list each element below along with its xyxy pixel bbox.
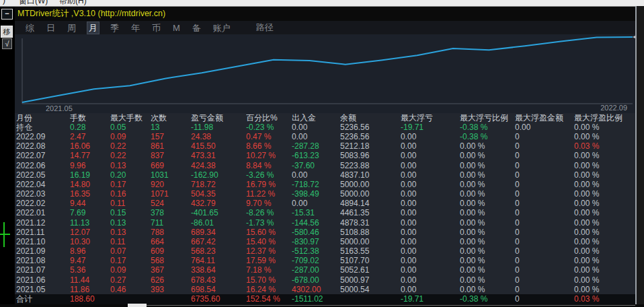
cell: 0.00 %	[460, 256, 515, 265]
cell: 5108.88	[340, 228, 401, 237]
cell: -287.28	[292, 141, 340, 151]
table-row[interactable]: 2022.0816.060.22861415.508.66 %-287.2852…	[15, 141, 635, 151]
cell: 0	[515, 218, 574, 228]
table-row[interactable]: 2021.1010.300.11664667.4215.40 %-830.975…	[15, 237, 635, 246]
cell: 837	[151, 151, 191, 160]
cell: 689.34	[191, 228, 246, 237]
tab-m[interactable]: M	[171, 22, 182, 34]
cell: -86.01	[191, 218, 246, 228]
table-row[interactable]: 2022.069.960.13669424.388.84 %-37.605223…	[15, 161, 635, 170]
cell: 568.23	[191, 246, 246, 256]
table-row[interactable]: 2022.092.470.0915724.380.47 %0.005236.56…	[15, 132, 635, 141]
table-row[interactable]: 2022.0516.190.201031-162.90-3.26 %0.0048…	[15, 170, 635, 180]
tab-month[interactable]: 月	[87, 22, 99, 34]
table-row[interactable]: 2022.0714.770.22837473.3110.27 %-613.235…	[15, 151, 635, 160]
cell: -580.46	[292, 228, 340, 237]
cell: 2021.05	[16, 285, 70, 294]
equity-chart[interactable]: 2021.05 2022.09	[15, 34, 635, 113]
cell: 11.86	[70, 285, 110, 294]
table-row[interactable]: 2021.098.960.07609568.2312.37 %-512.3851…	[15, 246, 635, 256]
cell: 2021.06	[16, 275, 70, 285]
table-row[interactable]: 2021.089.470.17568764.1117.59 %-709.0251…	[15, 256, 635, 265]
tab-day[interactable]: 日	[45, 22, 56, 34]
tab-zong[interactable]: 综	[24, 22, 36, 34]
tab-account[interactable]: 账户	[212, 22, 232, 34]
menu-item-help[interactable]: 帮助(H)	[59, 0, 87, 7]
cell: 9.47	[70, 256, 110, 265]
total-cell: -19.71	[401, 294, 460, 304]
cell: 5000.00	[340, 189, 401, 199]
cell: 338.64	[191, 265, 246, 275]
cell: 0	[515, 285, 574, 294]
table-row[interactable]: 2022.017.690.15378-401.65-8.26 %-15.3144…	[15, 208, 635, 217]
cell: 15.70 %	[246, 275, 292, 285]
column-header: 盈亏金额	[191, 113, 246, 123]
tab-currency[interactable]: 币	[151, 22, 162, 34]
cell: 5000.00	[340, 237, 401, 246]
cell: 16.79 %	[246, 180, 292, 189]
cell: 0.00	[401, 199, 460, 208]
cell: 10.27 %	[246, 151, 292, 160]
cell: 0.22	[110, 151, 151, 160]
menu-item-fragment[interactable]: )	[3, 0, 5, 5]
cell: 0	[515, 246, 574, 256]
tab-note[interactable]: 备	[191, 22, 202, 34]
cell: 4878.31	[340, 218, 401, 228]
cell: -613.23	[292, 151, 340, 160]
cell: -37.60	[292, 161, 340, 170]
cell: 0.13	[110, 161, 151, 170]
cell: 504.35	[191, 189, 246, 199]
window-frame	[637, 6, 644, 307]
cell: 0.00	[401, 151, 460, 160]
table-row[interactable]: 2022.029.440.11524432.799.70 %0.004894.1…	[15, 199, 635, 208]
cell: 0.00 %	[460, 218, 515, 228]
cell: 16.24 %	[246, 285, 292, 294]
tab-week[interactable]: 周	[66, 22, 77, 34]
check-button[interactable]: √	[2, 38, 12, 49]
tab-quarter[interactable]: 季	[109, 22, 120, 34]
window-right-border[interactable]	[635, 6, 637, 307]
cell: 17.59 %	[246, 256, 292, 265]
cell: 5212.18	[340, 141, 401, 151]
cell: 0.00 %	[574, 246, 635, 256]
scrollbar-thumb[interactable]	[128, 304, 147, 307]
table-row[interactable]: 2021.075.360.09367338.647.18 %-287.00505…	[15, 265, 635, 275]
table-row[interactable]: 2022.0316.350.161071504.3511.22 %-398.49…	[15, 189, 635, 199]
cell: 0.00 %	[574, 123, 635, 132]
tab-year[interactable]: 年	[130, 22, 141, 34]
cell: 0.16	[110, 189, 151, 199]
cell: 0.00	[401, 256, 460, 265]
cell: 0.00	[515, 123, 574, 132]
cell: 920	[151, 180, 191, 189]
table-row[interactable]: 持仓0.280.0513-11.98-0.23 %0.005236.56-19.…	[15, 123, 635, 132]
menu-item-window[interactable]: 窗口(W)	[19, 0, 48, 7]
cell: 0	[515, 132, 574, 141]
table-row[interactable]: 2021.0511.860.46393698.5416.24 %4302.005…	[15, 285, 635, 294]
cell: 0	[515, 170, 574, 180]
move-button[interactable]: 移	[1, 26, 13, 38]
cell: -19.71	[401, 123, 460, 132]
table-row[interactable]: 2021.0611.440.27626678.4315.70 %-678.005…	[15, 275, 635, 285]
minimize-button[interactable]: −	[1, 9, 13, 20]
cell: 0.07	[110, 246, 151, 256]
table-row[interactable]: 2021.1112.070.13788689.3415.60 %-580.465…	[15, 228, 635, 237]
path-label[interactable]: 路径	[256, 22, 274, 34]
column-header: 最大手数	[110, 113, 151, 123]
cell: 14.77	[70, 151, 110, 160]
table-row[interactable]: 2022.0414.800.17920718.7216.79 %-718.725…	[15, 180, 635, 189]
cell: 0	[515, 228, 574, 237]
axis-label-start: 2021.05	[46, 104, 73, 112]
column-header: 百分比%	[246, 113, 292, 123]
cell: 524	[151, 199, 191, 208]
bottom-divider	[147, 305, 635, 306]
table-row[interactable]: 2021.1211.130.13711-86.01-1.73 %-144.564…	[15, 218, 635, 228]
cell: 0.13	[110, 228, 151, 237]
cell: 0.11	[110, 199, 151, 208]
axis-label-end: 2022.09	[600, 104, 627, 112]
cell: -401.65	[191, 208, 246, 217]
cell: -0.38 %	[460, 132, 515, 141]
cell: 12.07	[70, 228, 110, 237]
cell: -709.02	[292, 256, 340, 265]
cell: 0.00	[292, 123, 340, 132]
cell: 11.13	[70, 218, 110, 228]
